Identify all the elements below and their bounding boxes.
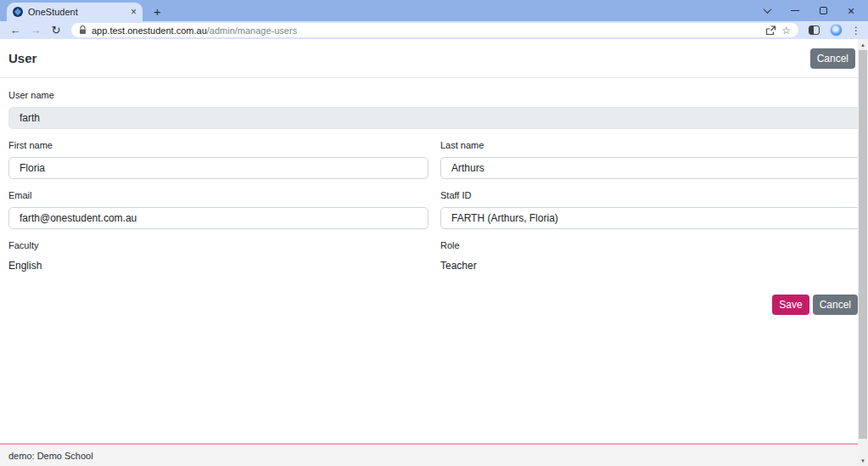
status-footer: demo: Demo School bbox=[0, 443, 868, 466]
url-path: /admin/manage-users bbox=[207, 25, 297, 36]
last-name-field[interactable] bbox=[440, 157, 860, 179]
onestudent-favicon bbox=[13, 7, 23, 17]
page-title: User bbox=[8, 51, 36, 65]
scrollbar-thumb[interactable] bbox=[859, 50, 867, 439]
role-group: Role Teacher bbox=[440, 240, 860, 272]
profile-avatar[interactable] bbox=[830, 24, 843, 36]
form-actions: Save Cancel bbox=[8, 295, 860, 315]
faculty-label: Faculty bbox=[8, 240, 428, 250]
faculty-group: Faculty English bbox=[8, 240, 428, 272]
tab-close-icon[interactable]: × bbox=[131, 7, 137, 17]
username-label: User name bbox=[8, 90, 860, 100]
window-minimize-button[interactable] bbox=[790, 6, 800, 16]
url-domain: app.test.onestudent.com.au bbox=[92, 25, 207, 36]
last-name-label: Last name bbox=[440, 140, 860, 150]
window-close-button[interactable]: × bbox=[846, 6, 856, 16]
save-button[interactable]: Save bbox=[772, 295, 809, 315]
share-icon[interactable] bbox=[765, 25, 776, 36]
cancel-button-top[interactable]: Cancel bbox=[810, 48, 855, 69]
bookmark-star-icon[interactable]: ☆ bbox=[781, 25, 791, 36]
staff-id-label: Staff ID bbox=[440, 190, 860, 200]
username-field bbox=[8, 107, 860, 129]
lock-icon[interactable] bbox=[79, 25, 87, 35]
last-name-group: Last name bbox=[440, 140, 860, 179]
tab-title: OneStudent bbox=[28, 7, 126, 17]
new-tab-button[interactable]: + bbox=[154, 5, 161, 18]
user-form: User name First name Last name Email bbox=[0, 78, 868, 315]
first-name-group: First name bbox=[8, 140, 428, 179]
staff-id-field[interactable] bbox=[440, 207, 860, 229]
page-content: User Cancel User name First name Last na… bbox=[0, 39, 868, 443]
side-panel-icon[interactable] bbox=[809, 25, 820, 35]
address-bar[interactable]: app.test.onestudent.com.au/admin/manage-… bbox=[71, 23, 798, 37]
email-label: Email bbox=[8, 190, 428, 200]
window-controls: × bbox=[762, 0, 856, 21]
window-maximize-button[interactable] bbox=[818, 6, 828, 16]
browser-tab-onestudent[interactable]: OneStudent × bbox=[7, 3, 143, 21]
reload-icon[interactable]: ↻ bbox=[48, 24, 64, 36]
browser-tab-strip: OneStudent × + × bbox=[0, 0, 868, 21]
page-header: User Cancel bbox=[0, 39, 868, 78]
browser-menu-icon[interactable]: ⋮ bbox=[851, 25, 861, 36]
username-group: User name bbox=[8, 90, 860, 129]
page-scrollbar[interactable]: ▲ ▼ bbox=[858, 39, 868, 466]
faculty-value: English bbox=[8, 260, 428, 272]
back-icon[interactable]: ← bbox=[7, 24, 24, 36]
school-status-text: demo: Demo School bbox=[8, 451, 93, 461]
window-menu-chevron-icon[interactable] bbox=[762, 6, 772, 16]
browser-toolbar: ← → ↻ app.test.onestudent.com.au/admin/m… bbox=[0, 21, 868, 39]
scroll-down-icon[interactable]: ▼ bbox=[858, 455, 868, 466]
forward-icon[interactable]: → bbox=[27, 24, 44, 36]
role-value: Teacher bbox=[440, 260, 860, 272]
cancel-button-bottom[interactable]: Cancel bbox=[813, 295, 858, 315]
scroll-up-icon[interactable]: ▲ bbox=[858, 39, 868, 50]
browser-window: OneStudent × + × ← → ↻ app.test.onestude… bbox=[0, 0, 868, 466]
first-name-field[interactable] bbox=[8, 157, 428, 179]
role-label: Role bbox=[440, 240, 860, 250]
staff-id-group: Staff ID bbox=[440, 190, 860, 229]
url-text: app.test.onestudent.com.au/admin/manage-… bbox=[92, 25, 297, 36]
first-name-label: First name bbox=[8, 140, 428, 150]
email-field[interactable] bbox=[8, 207, 428, 229]
email-group: Email bbox=[8, 190, 428, 229]
